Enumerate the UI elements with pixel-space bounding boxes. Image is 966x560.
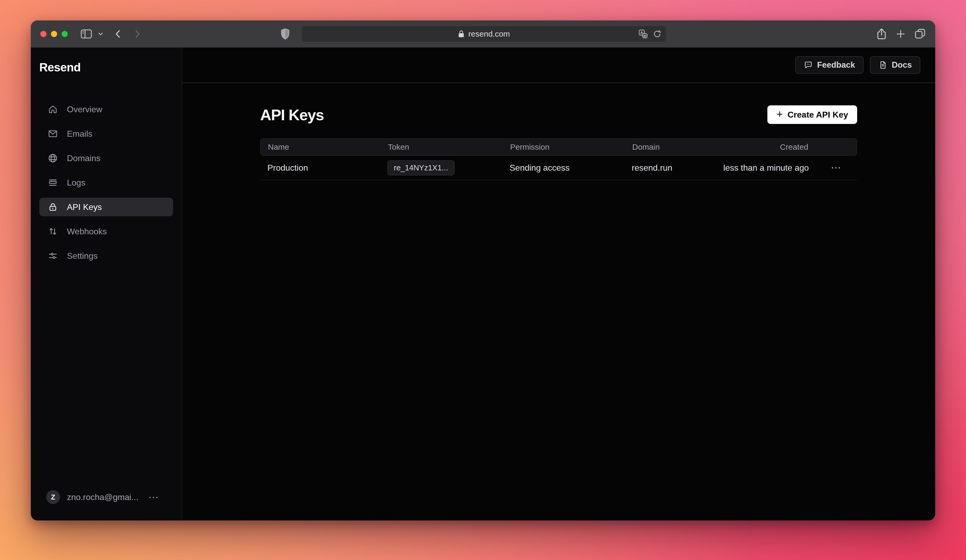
minimize-window-button[interactable]	[51, 31, 57, 37]
globe-icon	[48, 153, 58, 163]
page-content: API Keys + Create API Key Name Token Per…	[182, 83, 935, 521]
sidebar-item-overview[interactable]: Overview	[39, 100, 173, 119]
column-header-token: Token	[388, 142, 510, 152]
traffic-lights	[40, 31, 68, 37]
home-icon	[48, 104, 58, 115]
sidebar-item-label: Logs	[67, 178, 85, 188]
sidebar-nav: Overview Emails Domains	[39, 100, 173, 265]
sidebar-item-label: API Keys	[67, 202, 102, 212]
forward-icon[interactable]	[132, 28, 143, 39]
browser-window: resend.com A	[31, 20, 935, 521]
column-header-domain: Domain	[632, 142, 712, 152]
arrows-up-down-icon	[48, 226, 58, 236]
api-key-token-chip[interactable]: re_14NYz1X1...	[388, 160, 455, 175]
column-header-created: Created	[712, 142, 814, 152]
sidebar-item-webhooks[interactable]: Webhooks	[39, 222, 173, 241]
sidebar-item-label: Overview	[67, 105, 102, 115]
new-tab-icon[interactable]	[895, 29, 906, 39]
api-key-created: less than a minute ago	[711, 163, 815, 173]
column-header-name: Name	[261, 142, 388, 152]
sidebar: Resend Overview Emails	[31, 47, 182, 521]
user-account-row[interactable]: Z zno.rocha@gmai... ⋯	[39, 490, 173, 504]
url-bar[interactable]: resend.com A	[301, 26, 666, 42]
sidebar-item-label: Webhooks	[67, 227, 107, 236]
lock-icon	[48, 202, 58, 212]
feedback-button[interactable]: Feedback	[795, 56, 864, 74]
sidebar-item-api-keys[interactable]: API Keys	[39, 198, 173, 216]
mail-icon	[48, 129, 58, 139]
resend-logo: Resend	[39, 61, 173, 74]
lock-icon	[458, 30, 465, 38]
back-icon[interactable]	[113, 28, 124, 39]
column-header-permission: Permission	[510, 142, 632, 152]
api-keys-table: Name Token Permission Domain Created Pro…	[260, 138, 857, 180]
sidebar-toggle-icon[interactable]	[80, 29, 92, 39]
app-shell: Resend Overview Emails	[31, 47, 935, 521]
translate-icon[interactable]: A	[638, 29, 648, 39]
docs-label: Docs	[892, 60, 912, 70]
api-key-permission: Sending access	[509, 163, 632, 173]
table-row: Production re_14NYz1X1... Sending access…	[260, 156, 857, 180]
reload-icon[interactable]	[653, 29, 662, 38]
api-key-domain: resend.run	[632, 163, 711, 173]
sliders-icon	[48, 251, 58, 261]
top-header: Feedback Docs	[182, 47, 935, 83]
api-key-name: Production	[260, 163, 388, 173]
docs-button[interactable]: Docs	[870, 56, 920, 74]
create-api-key-button[interactable]: + Create API Key	[767, 105, 857, 124]
user-menu-ellipsis-icon[interactable]: ⋯	[148, 492, 159, 502]
page-title: API Keys	[260, 106, 324, 124]
table-header-row: Name Token Permission Domain Created	[260, 138, 857, 156]
sidebar-item-logs[interactable]: Logs	[39, 173, 173, 192]
row-menu-ellipsis-icon[interactable]: ⋯	[831, 162, 841, 173]
feedback-label: Feedback	[817, 60, 855, 70]
sidebar-item-label: Settings	[67, 251, 98, 261]
document-icon	[878, 61, 887, 70]
main-area: Feedback Docs API Keys + Create API Key	[182, 47, 935, 521]
user-email: zno.rocha@gmai...	[67, 492, 138, 502]
close-window-button[interactable]	[40, 31, 46, 37]
create-api-key-label: Create API Key	[788, 110, 848, 120]
sidebar-item-label: Emails	[67, 129, 92, 139]
share-icon[interactable]	[876, 28, 887, 40]
url-text: resend.com	[468, 29, 510, 38]
sidebar-item-settings[interactable]: Settings	[39, 247, 173, 265]
feedback-bubble-icon	[804, 61, 813, 70]
tab-overview-icon[interactable]	[914, 28, 926, 40]
sidebar-item-label: Domains	[67, 153, 100, 163]
plus-icon: +	[776, 109, 782, 120]
avatar: Z	[46, 490, 60, 504]
chevron-down-icon[interactable]	[97, 31, 104, 38]
browser-toolbar: resend.com A	[31, 20, 935, 47]
logs-icon	[48, 178, 58, 188]
zoom-window-button[interactable]	[62, 31, 68, 37]
sidebar-item-emails[interactable]: Emails	[39, 124, 173, 143]
privacy-shield-icon[interactable]	[280, 28, 291, 40]
sidebar-item-domains[interactable]: Domains	[39, 149, 173, 167]
